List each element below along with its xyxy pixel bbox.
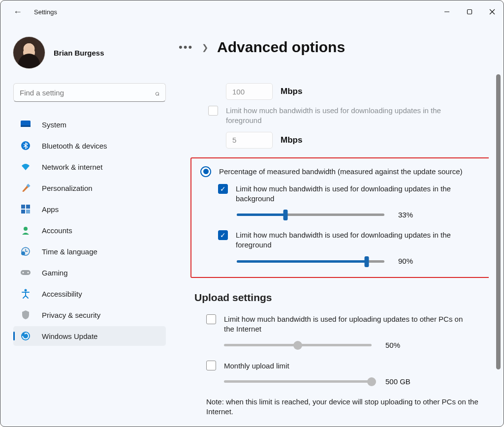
sidebar-item-label: Accounts (42, 226, 72, 235)
percentage-radio-label: Percentage of measured bandwidth (measur… (219, 167, 462, 176)
sidebar-item-windows-update[interactable]: Windows Update (13, 326, 166, 346)
person-icon (20, 225, 31, 236)
sidebar-item-label: System (42, 121, 66, 129)
percentage-radio[interactable] (200, 166, 211, 177)
page-title: Advanced options (217, 39, 345, 56)
sidebar-item-privacy[interactable]: Privacy & security (13, 305, 166, 325)
fg-percent-value: 90% (398, 257, 428, 265)
app-title: Settings (34, 8, 57, 16)
shield-icon (20, 309, 31, 320)
svg-rect-9 (26, 205, 30, 209)
fg-percent-label: Limit how much bandwidth is used for dow… (236, 230, 482, 250)
fg-absolute-label: Limit how much bandwidth is used for dow… (226, 106, 472, 126)
bg-percent-value: 33% (398, 211, 428, 219)
upload-limit-slider[interactable] (224, 340, 372, 350)
svg-rect-15 (21, 270, 31, 275)
sidebar-item-label: Time & language (42, 247, 97, 256)
monthly-limit-slider[interactable] (224, 376, 372, 386)
avatar (13, 37, 45, 68)
wifi-icon (20, 161, 31, 172)
search-input[interactable] (20, 89, 155, 97)
upload-heading: Upload settings (194, 292, 489, 304)
username: Brian Burgess (54, 49, 104, 57)
accessibility-icon (20, 288, 31, 299)
sidebar-item-label: Privacy & security (42, 311, 100, 319)
sidebar-item-apps[interactable]: Apps (13, 199, 166, 219)
upload-limit-label: Limit how much bandwidth is used for upl… (224, 314, 470, 335)
breadcrumb: ••• ❯ Advanced options (179, 39, 504, 56)
monthly-limit-checkbox[interactable] (206, 361, 216, 370)
user-block[interactable]: Brian Burgess (13, 37, 156, 68)
svg-point-14 (21, 251, 25, 255)
sidebar-item-network[interactable]: Network & internet (13, 157, 166, 177)
fg-absolute-input[interactable] (226, 132, 273, 149)
sidebar-item-accessibility[interactable]: Accessibility (13, 284, 166, 304)
sidebar-item-label: Windows Update (42, 332, 97, 340)
svg-rect-8 (21, 205, 25, 209)
settings-window: ← Settings Brian Burgess ⌕ (0, 0, 504, 427)
main: ••• ❯ Advanced options Mbps Limit how mu… (163, 23, 504, 427)
fg-percent-checkbox[interactable]: ✓ (218, 230, 228, 240)
monthly-limit-value: 500 GB (385, 377, 415, 386)
svg-point-12 (24, 227, 28, 231)
sidebar-item-label: Network & internet (42, 163, 102, 171)
sidebar-item-label: Personalization (42, 184, 93, 192)
titlebar: ← Settings (0, 0, 504, 23)
maximize-button[interactable] (458, 2, 481, 22)
sidebar-item-gaming[interactable]: Gaming (13, 263, 166, 282)
bg-percent-label: Limit how much bandwidth is used for dow… (236, 184, 482, 204)
sidebar-item-label: Gaming (42, 269, 68, 277)
sidebar-item-time-language[interactable]: Time & language (13, 242, 166, 261)
globe-clock-icon (20, 246, 31, 257)
chevron-right-icon: ❯ (202, 43, 208, 52)
breadcrumb-more-icon[interactable]: ••• (179, 41, 193, 54)
sidebar-item-bluetooth[interactable]: Bluetooth & devices (13, 136, 166, 155)
sidebar-item-label: Bluetooth & devices (42, 142, 107, 150)
mbps-unit: Mbps (281, 87, 302, 96)
svg-rect-10 (21, 210, 25, 214)
nav: System Bluetooth & devices Network & int… (13, 115, 166, 346)
sidebar-item-system[interactable]: System (13, 115, 166, 134)
back-button[interactable]: ← (13, 7, 22, 17)
scrollbar[interactable] (496, 74, 501, 422)
bg-percent-checkbox[interactable]: ✓ (218, 184, 228, 194)
close-button[interactable] (481, 2, 504, 22)
mbps-unit: Mbps (281, 135, 302, 145)
search-icon: ⌕ (155, 89, 159, 97)
monthly-limit-label: Monthly upload limit (224, 362, 289, 370)
upload-limit-checkbox[interactable] (206, 314, 216, 324)
sidebar: Brian Burgess ⌕ System Bluetooth & devic… (0, 23, 163, 427)
svg-point-16 (23, 272, 24, 274)
sidebar-item-accounts[interactable]: Accounts (13, 220, 166, 240)
svg-rect-11 (26, 210, 30, 214)
bluetooth-icon (20, 140, 31, 151)
svg-point-17 (28, 272, 29, 274)
fg-percent-slider[interactable] (237, 256, 384, 266)
svg-point-18 (25, 289, 27, 292)
apps-icon (20, 204, 31, 214)
upload-limit-value: 50% (385, 341, 415, 349)
sidebar-item-personalization[interactable]: Personalization (13, 178, 166, 198)
display-icon (20, 119, 31, 130)
upload-note: Note: when this limit is reached, your d… (206, 397, 489, 417)
content-area: Mbps Limit how much bandwidth is used fo… (179, 68, 489, 427)
update-icon (20, 331, 31, 341)
sidebar-item-label: Accessibility (42, 290, 82, 298)
gamepad-icon (20, 267, 31, 278)
brush-icon (20, 183, 31, 193)
fg-absolute-checkbox[interactable] (208, 106, 218, 116)
sidebar-item-label: Apps (42, 205, 59, 214)
bg-absolute-input[interactable] (226, 83, 273, 100)
svg-rect-5 (21, 125, 31, 127)
svg-rect-1 (468, 10, 472, 14)
minimize-button[interactable] (436, 2, 458, 22)
scroll-thumb[interactable] (496, 74, 501, 369)
search-box[interactable]: ⌕ (13, 83, 166, 102)
bg-percent-slider[interactable] (237, 210, 384, 219)
